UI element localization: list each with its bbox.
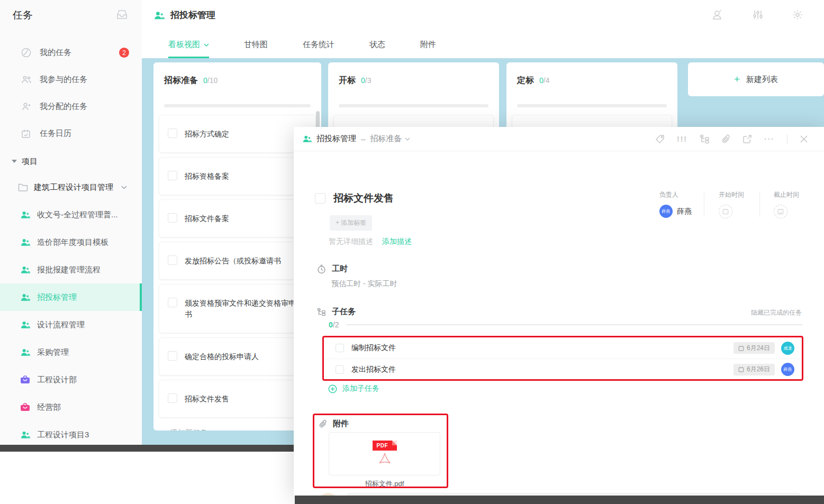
task-checkbox[interactable] (168, 213, 177, 223)
start-date-picker-icon[interactable] (719, 205, 732, 218)
attachment-file-card[interactable]: PDF (329, 432, 440, 475)
column-title: 开标 (339, 75, 356, 86)
assignee-block[interactable]: 负责人 薛燕 薛燕 (659, 190, 692, 218)
sidebar-item-department[interactable]: 工程设计部 (0, 366, 142, 393)
chevron-down-icon (405, 138, 410, 141)
collapse-triangle-icon (12, 160, 17, 163)
sidebar-item-project[interactable]: 收文号-全过程管理普... (0, 201, 142, 228)
add-tag-button[interactable]: + 添加标签 (330, 215, 372, 231)
task-title: 招标文件发售 (333, 191, 394, 205)
sidebar-project-group[interactable]: 建筑工程设计项目管理 (0, 173, 142, 201)
column-progress-bar (164, 104, 311, 107)
pdf-label: PDF (377, 443, 388, 448)
subtask-checkbox[interactable] (336, 365, 344, 374)
invite-member-icon[interactable] (712, 10, 723, 20)
meta-divider (704, 193, 704, 217)
breadcrumb-list[interactable]: 招标准备 (370, 134, 410, 144)
sidebar-item-label: 收文号-全过程管理普... (37, 210, 118, 220)
new-list-button[interactable]: + 新建列表 (688, 62, 824, 96)
task-detail-modal: 招投标管理 – 招标准备 !!! ··· 招标文件发 (294, 127, 824, 496)
worktime-title: 工时 (332, 264, 348, 274)
sidebar-item-label: 造价部年度项目模板 (37, 237, 108, 248)
subtask-assignee-avatar[interactable]: 薛燕 (781, 363, 794, 376)
settings-gear-icon[interactable] (792, 10, 803, 20)
sidebar-item-label: 设计流程管理 (37, 320, 85, 330)
sidebar-item-my-tasks[interactable]: 我的任务 2 (0, 39, 142, 66)
sidebar-item-label: 我的任务 (40, 48, 71, 58)
empty-description-text: 暂无详细描述 (329, 237, 373, 246)
add-subtask-button[interactable]: 添加子任务 (328, 384, 379, 393)
sidebar-projects-header[interactable]: 项目 (0, 149, 142, 173)
team-icon (20, 293, 30, 301)
priority-icon[interactable]: !!! (677, 135, 687, 143)
tab-label: 任务统计 (303, 40, 334, 50)
column-progress-bar (517, 104, 667, 107)
modal-toolbar: !!! ··· (655, 134, 808, 144)
breadcrumb-project[interactable]: 招投标管理 (316, 134, 356, 144)
due-date-badge[interactable]: 6月24日 (734, 342, 775, 354)
tab-gantt[interactable]: 甘特图 (244, 40, 268, 58)
due-date-badge[interactable]: 6月26日 (734, 364, 775, 375)
task-card[interactable]: 招标文件备案 (159, 199, 316, 237)
tab-attachments[interactable]: 附件 (420, 40, 436, 58)
project-team-icon (302, 135, 312, 143)
subtask-tree-icon (317, 308, 326, 316)
task-card[interactable]: 发放招标公告（或投标邀请书 (159, 242, 316, 280)
tab-task-stats[interactable]: 任务统计 (303, 40, 334, 58)
team-icon (20, 430, 30, 439)
sidebar-item-project[interactable]: 采购管理 (0, 338, 142, 366)
paperclip-icon[interactable] (722, 134, 730, 144)
task-checkbox[interactable] (168, 255, 177, 265)
chevron-down-icon (121, 186, 127, 189)
sidebar-item-department[interactable]: 经营部 (0, 393, 142, 421)
task-card[interactable]: 招标资格备案 (159, 157, 316, 195)
calendar-icon (21, 129, 33, 139)
sidebar-item-task-calendar[interactable]: 任务日历 (0, 120, 142, 147)
task-checkbox[interactable] (168, 393, 177, 403)
subtask-list: 编制招标文件 6月24日 成龙 发出招标文件 6月26日 薛燕 (324, 337, 802, 380)
team-icon (20, 265, 30, 274)
task-card[interactable]: 颁发资格预审文件和递交资格审申请书 (159, 284, 316, 333)
task-checkbox[interactable] (168, 171, 177, 180)
subtask-tree-icon[interactable] (700, 134, 710, 144)
share-icon[interactable] (742, 134, 752, 144)
team-icon (20, 320, 30, 329)
inbox-icon[interactable] (116, 9, 128, 22)
sidebar-item-assigned-tasks[interactable]: 我分配的任务 (0, 93, 142, 120)
add-description-link[interactable]: 添加描述 (382, 237, 412, 246)
column-title: 招标准备 (164, 75, 198, 86)
plus-icon: + (734, 74, 740, 85)
due-date-picker-icon[interactable] (774, 205, 787, 218)
close-icon[interactable] (800, 135, 808, 143)
filter-sliders-icon[interactable] (753, 10, 763, 20)
worktime-hint[interactable]: 预估工时 - 实际工时 (331, 279, 397, 289)
task-card[interactable]: 招标文件发售 (159, 380, 316, 418)
start-time-block[interactable]: 开始时间 (719, 190, 744, 218)
tab-status[interactable]: 状态 (369, 40, 385, 58)
sidebar-item-project-active[interactable]: 招投标管理 (0, 283, 142, 311)
tag-icon[interactable] (655, 134, 665, 144)
hide-completed-link[interactable]: 隐藏已完成的任务 (751, 308, 802, 317)
tab-board-view[interactable]: 看板视图 (168, 40, 209, 58)
subtask-assignee-avatar[interactable]: 成龙 (781, 342, 794, 355)
task-complete-checkbox[interactable] (315, 193, 325, 204)
subtask-row[interactable]: 编制招标文件 6月24日 成龙 (324, 337, 802, 359)
task-checkbox[interactable] (168, 351, 177, 361)
subtask-row[interactable]: 发出招标文件 6月26日 薛燕 (324, 359, 802, 380)
sidebar-item-project[interactable]: 设计流程管理 (0, 311, 142, 338)
project-group-label: 建筑工程设计项目管理 (34, 182, 113, 193)
sidebar-item-label: 我参与的任务 (40, 75, 87, 85)
subtask-checkbox[interactable] (336, 344, 344, 352)
sidebar-item-project[interactable]: 造价部年度项目模板 (0, 228, 142, 256)
projects-header-label: 项目 (22, 157, 38, 167)
more-icon[interactable]: ··· (764, 135, 775, 143)
task-checkbox[interactable] (168, 129, 177, 138)
sidebar-item-project[interactable]: 报批报建管理流程 (0, 256, 142, 283)
task-checkbox[interactable] (168, 298, 177, 307)
sidebar-item-participated-tasks[interactable]: 我参与的任务 (0, 66, 142, 93)
task-card[interactable]: 确定合格的投标申请人 (159, 337, 316, 375)
assignee-label: 负责人 (659, 190, 692, 199)
due-time-block[interactable]: 截止时间 (774, 190, 799, 218)
start-time-label: 开始时间 (719, 190, 744, 199)
task-card[interactable]: 招标方式确定 (159, 115, 316, 153)
